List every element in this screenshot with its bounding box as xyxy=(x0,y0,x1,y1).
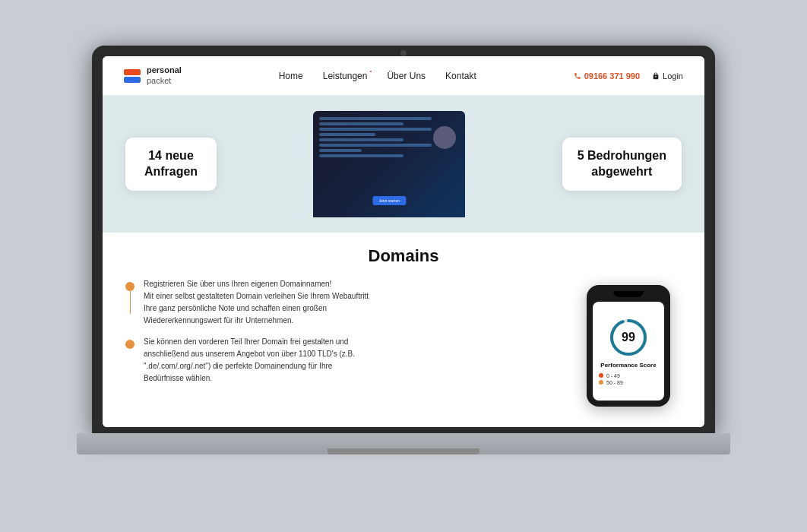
domain-paragraph-1: Registrieren Sie über uns Ihren eigenen … xyxy=(144,278,369,327)
hero-laptop-image: Jetzt starten xyxy=(217,111,562,217)
logo-box-bottom xyxy=(124,77,141,83)
website-content: personal packet Home Leistungen Über Uns… xyxy=(103,56,704,427)
laptop-base xyxy=(77,433,730,454)
nav-leistungen[interactable]: Leistungen xyxy=(323,71,368,81)
domain-paragraph-2: Sie können den vorderen Teil Ihrer Domai… xyxy=(144,336,355,385)
nav-ueber-uns[interactable]: Über Uns xyxy=(387,71,426,81)
laptop-illustration: Jetzt starten xyxy=(313,111,465,217)
logo-line1: personal xyxy=(147,65,182,74)
new-requests-text: 14 neue Anfragen xyxy=(141,148,201,180)
domains-content: Registrieren Sie über uns Ihren eigenen … xyxy=(125,278,682,413)
login-link[interactable]: Login xyxy=(652,71,683,81)
legend-item-orange: 50 - 89 xyxy=(599,380,658,385)
performance-legend: 0 - 49 50 - 89 xyxy=(599,373,658,385)
domain-item-2: Sie können den vorderen Teil Ihrer Domai… xyxy=(125,336,560,385)
hero-card-new-requests: 14 neue Anfragen xyxy=(125,138,217,191)
phone-number: 09166 371 990 xyxy=(574,71,640,81)
code-line xyxy=(319,117,431,120)
phone-notch xyxy=(613,291,644,297)
nav-kontakt[interactable]: Kontakt xyxy=(445,71,476,81)
lock-icon xyxy=(652,72,660,80)
screen-bezel: personal packet Home Leistungen Über Uns… xyxy=(92,46,715,433)
logo-text: personal packet xyxy=(147,65,182,85)
domains-title: Domains xyxy=(125,246,682,266)
screen-illustration: Jetzt starten xyxy=(313,111,465,217)
code-line xyxy=(319,149,361,152)
code-line xyxy=(319,144,431,147)
phone-body: 99 Performance Score 0 - 49 xyxy=(587,285,670,407)
connector-line xyxy=(130,291,131,314)
logo-line2: packet xyxy=(147,76,182,86)
nav-right: 09166 371 990 Login xyxy=(574,71,683,81)
legend-label-red: 0 - 49 xyxy=(606,373,620,378)
laptop-camera xyxy=(400,50,407,56)
code-line xyxy=(319,138,403,141)
code-line xyxy=(319,133,375,136)
navigation: personal packet Home Leistungen Über Uns… xyxy=(103,56,704,96)
score-number: 99 xyxy=(622,331,635,344)
logo-box-top xyxy=(124,69,141,75)
code-line xyxy=(319,122,403,125)
code-line xyxy=(319,128,431,131)
phone-icon xyxy=(574,72,581,80)
nav-links: Home Leistungen Über Uns Kontakt xyxy=(279,71,476,81)
laptop-mockup: personal packet Home Leistungen Über Uns… xyxy=(77,46,730,486)
score-circle: 99 xyxy=(609,318,648,357)
legend-dot-red xyxy=(599,373,603,378)
legend-dot-orange xyxy=(599,380,603,385)
screen-cta-button: Jetzt starten xyxy=(373,196,406,205)
hero-card-threats: 5 Bedrohungen abgewehrt xyxy=(562,138,682,191)
legend-label-orange: 50 - 89 xyxy=(606,380,623,385)
logo-icon xyxy=(124,69,141,83)
phone-mockup: 99 Performance Score 0 - 49 xyxy=(575,278,682,413)
phone-screen: 99 Performance Score 0 - 49 xyxy=(593,302,664,401)
performance-label: Performance Score xyxy=(600,362,656,369)
legend-item-red: 0 - 49 xyxy=(599,373,658,378)
domains-text: Registrieren Sie über uns Ihren eigenen … xyxy=(125,278,560,413)
threats-text: 5 Bedrohungen abgewehrt xyxy=(578,148,666,180)
nav-home[interactable]: Home xyxy=(279,71,303,81)
laptop-screen: personal packet Home Leistungen Über Uns… xyxy=(103,56,704,427)
logo: personal packet xyxy=(124,65,182,85)
domains-section: Domains Registrieren Sie über uns Ihren … xyxy=(103,233,704,427)
login-text: Login xyxy=(663,71,683,81)
phone-text: 09166 371 990 xyxy=(584,71,640,81)
domain-bullet-1 xyxy=(125,282,134,291)
domain-bullet-2 xyxy=(125,340,134,349)
code-line xyxy=(319,154,403,157)
domain-item-1: Registrieren Sie über uns Ihren eigenen … xyxy=(125,278,560,327)
hero-section: 14 neue Anfragen xyxy=(103,96,704,233)
